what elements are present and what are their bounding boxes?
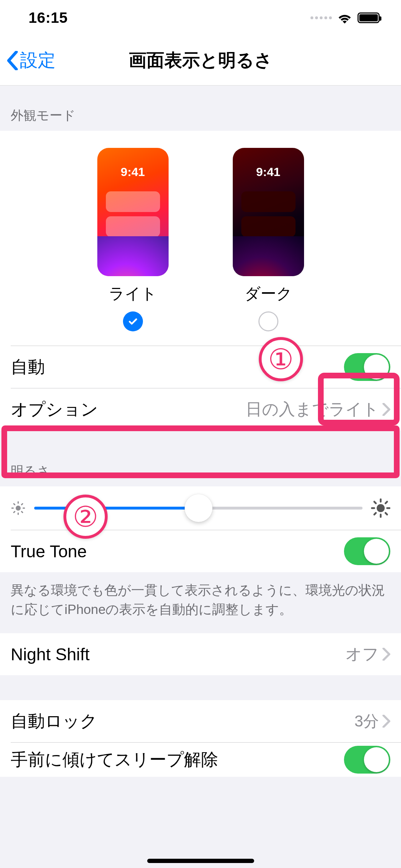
light-label: ライト xyxy=(109,283,157,304)
automatic-row: 自動 xyxy=(0,346,401,388)
cellular-dots-icon xyxy=(310,16,332,19)
status-right xyxy=(310,12,380,24)
status-time: 16:15 xyxy=(29,9,68,26)
status-bar: 16:15 xyxy=(0,0,401,36)
wifi-icon xyxy=(337,12,353,24)
svg-line-5 xyxy=(14,504,15,505)
svg-line-17 xyxy=(386,502,387,503)
battery-icon xyxy=(358,12,380,23)
chevron-right-icon xyxy=(382,403,390,416)
automatic-label: 自動 xyxy=(11,356,45,378)
annotation-badge-2: ② xyxy=(63,495,108,539)
dark-radio-unchecked[interactable] xyxy=(258,311,278,331)
options-value: 日の入までライト xyxy=(246,398,390,420)
options-row[interactable]: オプション 日の入までライト xyxy=(0,388,401,430)
svg-point-9 xyxy=(377,504,385,512)
appearance-group: 9:41 ライト 9:41 ダーク 自動 オプション 日の入までライト xyxy=(0,131,401,430)
svg-line-7 xyxy=(14,512,15,513)
dark-label: ダーク xyxy=(245,283,292,304)
night-shift-row[interactable]: Night Shift オフ xyxy=(0,633,401,675)
raise-to-wake-label: 手前に傾けてスリープ解除 xyxy=(11,748,218,771)
back-label: 設定 xyxy=(20,48,56,72)
thumb-time: 9:41 xyxy=(233,165,304,179)
page-title: 画面表示と明るさ xyxy=(0,48,401,72)
auto-lock-value: 3分 xyxy=(355,711,390,732)
raise-to-wake-row: 手前に傾けてスリープ解除 xyxy=(0,743,401,777)
dark-preview-thumb: 9:41 xyxy=(233,148,304,276)
svg-line-14 xyxy=(374,502,376,503)
sun-large-icon xyxy=(371,498,390,518)
auto-lock-row[interactable]: 自動ロック 3分 xyxy=(0,700,401,742)
slider-knob[interactable] xyxy=(185,494,212,522)
automatic-toggle[interactable] xyxy=(344,353,390,381)
svg-line-15 xyxy=(386,513,387,515)
sun-small-icon xyxy=(11,501,26,516)
nav-bar: 設定 画面表示と明るさ xyxy=(0,36,401,86)
chevron-right-icon xyxy=(382,648,390,661)
true-tone-row: True Tone xyxy=(0,530,401,572)
annotation-badge-1: ① xyxy=(259,337,303,381)
back-button[interactable]: 設定 xyxy=(0,48,56,72)
svg-line-16 xyxy=(374,513,376,515)
night-shift-label: Night Shift xyxy=(11,645,89,664)
auto-lock-label: 自動ロック xyxy=(11,710,97,733)
brightness-header: 明るさ xyxy=(0,430,401,486)
appearance-option-light[interactable]: 9:41 ライト xyxy=(97,148,169,331)
thumb-time: 9:41 xyxy=(97,165,169,179)
true-tone-label: True Tone xyxy=(11,542,87,561)
autolock-group: 自動ロック 3分 手前に傾けてスリープ解除 xyxy=(0,700,401,777)
true-tone-footer: 異なる環境でも色が一貫して表示されるように、環境光の状況に応じてiPhoneの表… xyxy=(0,572,401,633)
svg-point-0 xyxy=(16,506,21,511)
brightness-group: True Tone xyxy=(0,486,401,572)
night-shift-value: オフ xyxy=(345,643,390,665)
svg-line-8 xyxy=(22,504,23,505)
raise-to-wake-toggle[interactable] xyxy=(344,746,390,774)
slider-fill xyxy=(34,507,199,510)
home-indicator xyxy=(147,859,254,863)
true-tone-toggle[interactable] xyxy=(344,537,390,565)
appearance-option-dark[interactable]: 9:41 ダーク xyxy=(233,148,304,331)
options-label: オプション xyxy=(11,398,98,421)
light-preview-thumb: 9:41 xyxy=(97,148,169,276)
night-shift-group: Night Shift オフ xyxy=(0,633,401,675)
light-radio-checked[interactable] xyxy=(123,311,143,331)
appearance-header: 外観モード xyxy=(0,86,401,131)
svg-line-6 xyxy=(22,512,23,513)
chevron-right-icon xyxy=(382,715,390,728)
